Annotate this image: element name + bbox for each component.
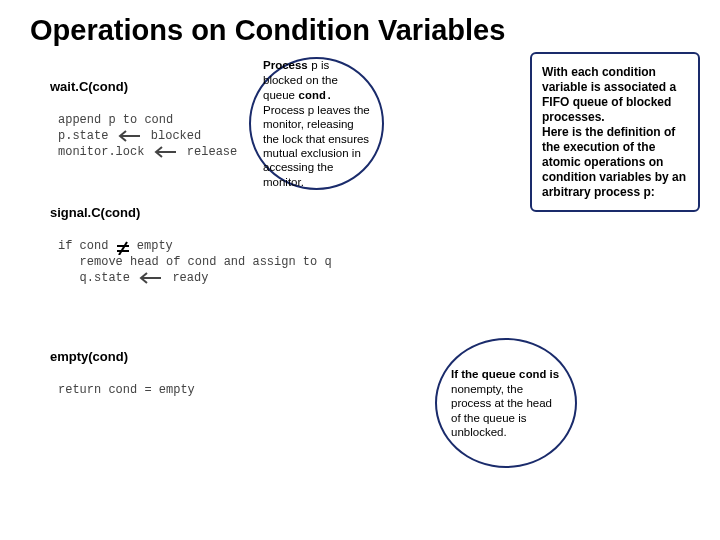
waitc-codeblock: wait.C(cond) append p to cond p.state bl…: [58, 62, 237, 160]
callout-signal: If the queue cond is nonempty, the proce…: [435, 338, 577, 468]
waitc-line1: append p to cond: [58, 113, 173, 127]
callout-definition: With each condition variable is associat…: [530, 52, 700, 212]
signalc-line1a: if cond: [58, 239, 116, 253]
callout-text: is: [546, 368, 559, 380]
signalc-line3b: ready: [165, 271, 208, 285]
callout-definition-text: With each condition variable is associat…: [542, 65, 688, 200]
svg-line-4: [119, 242, 127, 255]
arrow-left-icon: [137, 272, 165, 284]
waitc-line3b: release: [180, 145, 238, 159]
arrow-left-icon: [152, 146, 180, 158]
signalc-line1b: empty: [130, 239, 173, 253]
signalc-line2: remove head of cond and assign to q: [58, 255, 332, 269]
waitc-line2a: p.state: [58, 129, 116, 143]
callout-code: p: [311, 59, 318, 72]
waitc-header: wait.C(cond): [50, 78, 229, 96]
callout-code: cond: [519, 368, 547, 381]
callout-text: Process p leaves the monitor, releasing …: [263, 104, 370, 188]
empty-codeblock: empty(cond) return cond = empty: [58, 332, 195, 398]
page-title: Operations on Condition Variables: [0, 0, 720, 47]
callout-text: If the queue: [451, 368, 519, 380]
empty-header: empty(cond): [50, 348, 187, 366]
signalc-line3a: q.state: [58, 271, 137, 285]
callout-wait: Process p is blocked on the queue cond. …: [249, 57, 384, 190]
empty-line1: return cond = empty: [58, 383, 195, 397]
not-equal-icon: [116, 241, 130, 255]
callout-text: Process: [263, 59, 311, 71]
waitc-line2b: blocked: [144, 129, 202, 143]
callout-code: cond.: [298, 89, 333, 102]
callout-signal-text: If the queue cond is nonempty, the proce…: [451, 367, 561, 440]
signalc-header: signal.C(cond): [50, 204, 324, 222]
waitc-line3a: monitor.lock: [58, 145, 152, 159]
signalc-codeblock: signal.C(cond) if cond empty remove head…: [58, 188, 332, 286]
callout-text: nonempty, the process at the head of the…: [451, 383, 552, 438]
callout-wait-text: Process p is blocked on the queue cond. …: [263, 58, 370, 189]
arrow-left-icon: [116, 130, 144, 142]
